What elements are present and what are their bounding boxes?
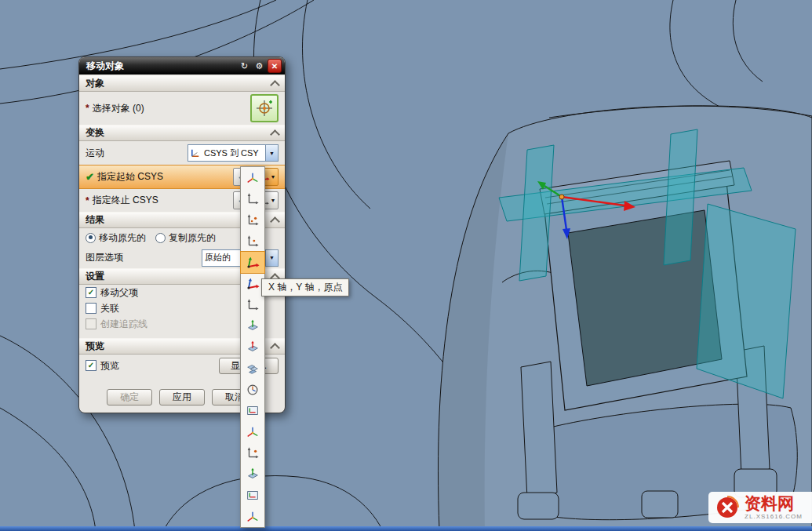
triad-csys-icon (246, 425, 260, 439)
csys-option-item[interactable] (241, 294, 264, 315)
view-csys-icon (246, 489, 260, 503)
csys-option-item[interactable] (241, 400, 264, 421)
csys-option-item[interactable] (241, 421, 264, 442)
csys-option-item[interactable] (241, 167, 264, 188)
chevron-down-icon: ▼ (271, 174, 276, 180)
section-header-object[interactable]: 对象 (79, 75, 285, 92)
close-button[interactable]: ✕ (268, 59, 282, 73)
chevron-down-icon: ▼ (271, 198, 276, 203)
motion-row: 运动 CSYS 到 CSY ▼ (79, 141, 285, 165)
select-object-label: 选择对象 (0) (93, 102, 144, 115)
copy-original-label: 复制原先的 (169, 231, 216, 245)
dialog-titlebar[interactable]: 移动对象 ↻ ⚙ ✕ (79, 57, 285, 75)
bottom-edge-bar (0, 526, 812, 531)
apply-label: 应用 (173, 391, 191, 404)
section-object-title: 对象 (86, 77, 104, 90)
required-marker: * (86, 195, 89, 206)
csys-option-item[interactable] (241, 315, 264, 336)
csys-to-csys-icon (190, 147, 202, 159)
chevron-down-icon[interactable]: ▼ (265, 250, 278, 266)
preview-label: 预览 (100, 359, 119, 373)
section-preview-title: 预览 (86, 340, 104, 353)
move-parent-label: 移动父项 (100, 286, 138, 300)
motion-type-dropdown[interactable]: CSYS 到 CSY ▼ (188, 144, 279, 162)
csys-option-item[interactable] (241, 188, 264, 209)
tooltip-text: X 轴，Y 轴，原点 (268, 282, 342, 293)
motion-label: 运动 (86, 147, 104, 160)
end-csys-label: 指定终止 CSYS (93, 194, 158, 207)
select-object-row: * 选择对象 (0) (79, 92, 285, 125)
checkbox-checked-icon[interactable]: ✓ (86, 287, 96, 298)
radio-unselected-icon[interactable] (155, 233, 166, 243)
csys-option-item[interactable] (241, 442, 264, 464)
checkbox-checked-icon[interactable]: ✓ (86, 360, 96, 371)
plane-axis-icon (246, 319, 260, 333)
plane-axis-icon (246, 467, 260, 482)
csys-option-item[interactable] (241, 464, 264, 485)
ok-button[interactable]: 确定 (107, 389, 152, 406)
origin-points-icon (246, 213, 260, 227)
watermark-logo-icon (716, 496, 739, 519)
z-axis-x-axis-origin-icon (246, 277, 260, 291)
tooltip: X 轴，Y 轴，原点 (261, 278, 349, 296)
origin-points-icon (246, 446, 260, 460)
check-icon: ✔ (86, 171, 94, 183)
chevron-up-icon (270, 129, 280, 140)
associative-label: 关联 (100, 302, 119, 315)
csys-option-item[interactable] (241, 231, 264, 252)
section-transform-title: 变换 (86, 126, 104, 140)
gear-icon[interactable]: ⚙ (253, 60, 266, 72)
reset-icon[interactable]: ↻ (238, 60, 251, 72)
x-axis-y-axis-origin-icon (246, 256, 260, 270)
checkbox-disabled-icon (86, 318, 96, 329)
required-marker: * (86, 103, 89, 114)
watermark-brand: 资料网 (745, 495, 803, 511)
csys-option-item[interactable] (241, 209, 264, 231)
csys-option-item-selected[interactable] (241, 252, 264, 273)
move-original-label: 移动原先的 (99, 231, 146, 245)
create-trace-label: 创建追踪线 (100, 318, 147, 331)
origin-points-icon (246, 235, 260, 249)
section-settings-title: 设置 (86, 270, 104, 283)
plane-axis-icon (246, 340, 260, 355)
chevron-up-icon (270, 343, 280, 353)
application-window: 移动对象 ↻ ⚙ ✕ 对象 * 选择对象 (0) (0, 0, 812, 531)
chevron-down-icon[interactable]: ▼ (265, 145, 278, 161)
checkbox-unchecked-icon[interactable] (86, 303, 96, 314)
move-original-option[interactable]: 移动原先的 (86, 231, 146, 245)
section-header-transform[interactable]: 变换 (79, 125, 285, 141)
watermark-site: ZL.XS1616.COM (745, 514, 803, 520)
axes-icon (246, 192, 260, 206)
motion-type-value: CSYS 到 CSY (202, 147, 265, 159)
copy-original-option[interactable]: 复制原先的 (155, 231, 216, 245)
dialog-title: 移动对象 (86, 60, 236, 73)
section-result-title: 结果 (86, 213, 104, 227)
axes-icon (246, 298, 260, 312)
start-csys-label: 指定起始 CSYS (97, 170, 163, 184)
select-object-button[interactable] (250, 94, 279, 122)
triad-csys-icon (246, 510, 260, 524)
csys-option-item[interactable] (241, 379, 264, 400)
csys-option-item[interactable] (241, 336, 264, 358)
apply-button[interactable]: 应用 (159, 389, 205, 406)
circle-axis-icon (246, 383, 260, 397)
csys-option-item[interactable] (241, 485, 264, 506)
watermark: 资料网 ZL.XS1616.COM (708, 492, 812, 523)
layer-option-label: 图层选项 (86, 251, 123, 264)
select-object-icon (255, 99, 274, 118)
chevron-up-icon (270, 216, 280, 227)
chevron-up-icon (270, 80, 280, 90)
csys-type-flyout (240, 166, 265, 528)
dynamic-csys-icon (246, 171, 260, 185)
view-csys-icon (246, 404, 260, 418)
ok-label: 确定 (120, 391, 139, 404)
csys-option-item[interactable] (241, 506, 264, 527)
csys-option-item[interactable] (241, 358, 264, 379)
three-planes-icon (246, 362, 260, 376)
radio-selected-icon[interactable] (86, 233, 96, 243)
